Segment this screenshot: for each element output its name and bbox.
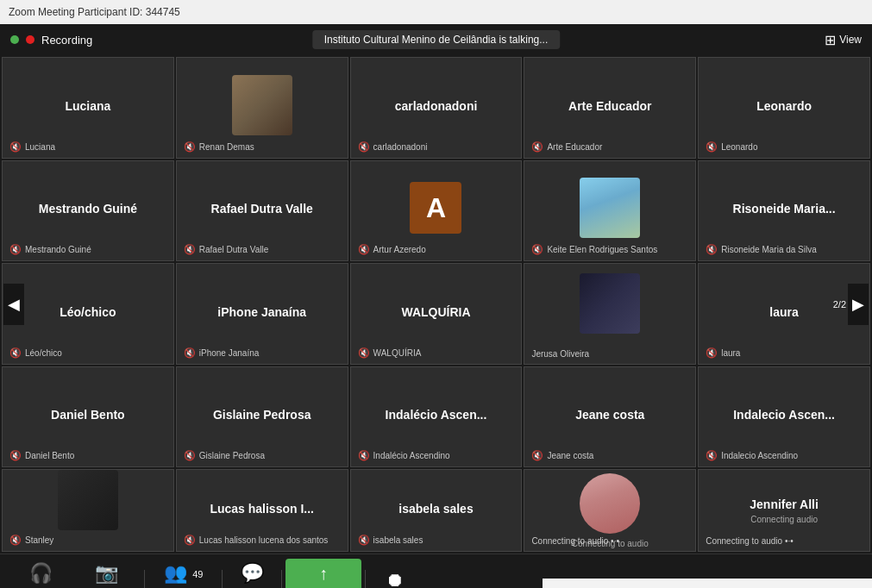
participant-cell: Indalecio Ascen... 🔇 Indalecio Ascendino	[698, 366, 870, 468]
avatar-letter: A	[410, 182, 461, 234]
participant-cell: Jerusa Oliveira	[524, 263, 696, 365]
mic-off-icon: 🔇	[706, 141, 718, 153]
participant-cell: WALQUÍRIA 🔇 WALQUÍRIA	[350, 263, 523, 365]
mic-off-icon: 🔇	[184, 535, 196, 546]
participant-cell-jennifer: Jennifer Alli Connecting audio Connectin…	[698, 469, 870, 552]
mic-off-icon: 🔇	[9, 347, 22, 359]
avatar	[580, 273, 640, 334]
page-indicator-right: 2/2	[833, 299, 846, 310]
participant-cell: A 🔇 Artur Azeredo	[350, 160, 523, 262]
participant-cell: Rafael Dutra Valle 🔇 Rafael Dutra Valle	[176, 160, 348, 262]
mic-off-icon: 🔇	[706, 347, 718, 359]
record-icon: ⏺	[386, 569, 405, 589]
avatar	[580, 178, 640, 238]
status-dot	[10, 35, 19, 44]
participants-icon: 👥 49	[164, 562, 203, 585]
mic-off-icon: 🔇	[184, 244, 196, 255]
toolbar-divider	[222, 570, 223, 589]
recording-dot	[26, 35, 35, 44]
participant-cell: Connecting to audio Connecting to audio …	[524, 469, 696, 552]
chat-icon: 💬	[241, 562, 264, 585]
participant-cell: iPhone Janaína 🔇 iPhone Janaína	[176, 263, 348, 365]
share-screen-icon: ↑	[319, 564, 328, 584]
mic-off-icon: 🔇	[184, 141, 196, 153]
mic-off-icon: 🔇	[706, 450, 718, 461]
participant-cell: Gislaine Pedrosa 🔇 Gislaine Pedrosa	[176, 366, 348, 468]
record-button[interactable]: ⏺ Record	[369, 566, 421, 589]
avatar	[580, 473, 640, 534]
participant-cell: Lucas halisson I... 🔇 Lucas halisson luc…	[176, 469, 348, 552]
join-audio-button[interactable]: 🎧 Join Audio ▲	[9, 559, 73, 588]
talking-indicator: Instituto Cultural Menino de Ceilândia i…	[312, 30, 560, 49]
camera-off-icon: 📷	[95, 562, 118, 585]
mic-off-icon: 🔇	[9, 141, 22, 153]
participant-cell: Mestrando Guiné 🔇 Mestrando Guiné	[2, 160, 174, 262]
mic-off-icon: 🔇	[706, 244, 718, 255]
top-bar-left: Recording	[10, 34, 92, 47]
mic-off-icon: 🔇	[9, 535, 22, 546]
chat-button[interactable]: 💬 Chat ▲	[226, 559, 278, 588]
grid-area: ◀ 2/2 Luciana 🔇 Luciana 🔇 Renan Demas ca…	[0, 55, 872, 554]
mic-off-icon: 🔇	[358, 244, 370, 255]
mic-off-icon: 🔇	[358, 347, 370, 359]
mic-off-icon: 🔇	[9, 450, 22, 461]
title-bar: Zoom Meeting Participant ID: 344745	[0, 0, 872, 24]
participant-cell: 🔇 Keite Elen Rodrigues Santos	[524, 160, 696, 262]
participant-cell: Léo/chico 🔇 Léo/chico	[2, 263, 174, 365]
recording-label: Recording	[41, 34, 92, 47]
avatar	[58, 470, 118, 530]
mic-off-icon: 🔇	[531, 141, 543, 153]
participant-cell: carladonadoni 🔇 carladonadoni	[350, 57, 523, 159]
participant-cell: Leonardo 🔇 Leonardo	[698, 57, 870, 159]
participant-cell: 🔇 Renan Demas	[176, 57, 348, 159]
toolbar: 🎧 Join Audio ▲ 📷 Start Video ▲ 👥 49 Part…	[0, 554, 872, 588]
headphone-icon: 🎧	[29, 562, 53, 585]
datetime-overlay: 06 DE JULHO DE 2022 14:13	[543, 579, 872, 588]
mic-off-icon: 🔇	[358, 141, 370, 153]
participant-cell: Indalécio Ascen... 🔇 Indalécio Ascendino	[350, 366, 523, 468]
toolbar-divider	[281, 570, 282, 589]
participant-cell: Luciana 🔇 Luciana	[2, 57, 174, 159]
participant-cell: isabela sales 🔇 isabela sales	[350, 469, 523, 552]
mic-off-icon: 🔇	[531, 450, 543, 461]
avatar	[232, 75, 292, 135]
nav-arrow-left[interactable]: ◀	[3, 284, 24, 325]
mic-off-icon: 🔇	[531, 244, 543, 255]
view-label[interactable]: View	[839, 34, 862, 46]
mic-off-icon: 🔇	[358, 535, 370, 546]
mic-off-icon: 🔇	[358, 450, 370, 461]
top-bar: Recording Instituto Cultural Menino de C…	[0, 24, 872, 55]
toolbar-divider	[365, 570, 366, 589]
mic-off-icon: 🔇	[184, 450, 196, 461]
mic-off-icon: 🔇	[184, 347, 196, 359]
participant-cell: Arte Educador 🔇 Arte Educador	[524, 57, 696, 159]
share-screen-button[interactable]: ↑ Share Screen ▲	[285, 559, 361, 589]
mic-off-icon: 🔇	[9, 244, 22, 255]
participant-cell: 🔇 Stanley	[2, 469, 174, 552]
participant-cell: laura 🔇 laura	[698, 263, 870, 365]
title-text: Zoom Meeting Participant ID: 344745	[9, 6, 180, 18]
start-video-button[interactable]: 📷 Start Video ▲	[73, 559, 141, 588]
participant-cell: Risoneide Maria... 🔇 Risoneide Maria da …	[698, 160, 870, 262]
participant-cell: Jeane costa 🔇 Jeane costa	[524, 366, 696, 468]
nav-arrow-right[interactable]: ▶	[848, 284, 869, 325]
participant-cell: Daniel Bento 🔇 Daniel Bento	[2, 366, 174, 468]
toolbar-divider	[144, 570, 145, 589]
participants-button[interactable]: 👥 49 Participants ▲	[148, 559, 218, 588]
top-bar-right: ⊞ View	[825, 32, 862, 48]
participant-grid: Luciana 🔇 Luciana 🔇 Renan Demas carladon…	[0, 55, 872, 554]
